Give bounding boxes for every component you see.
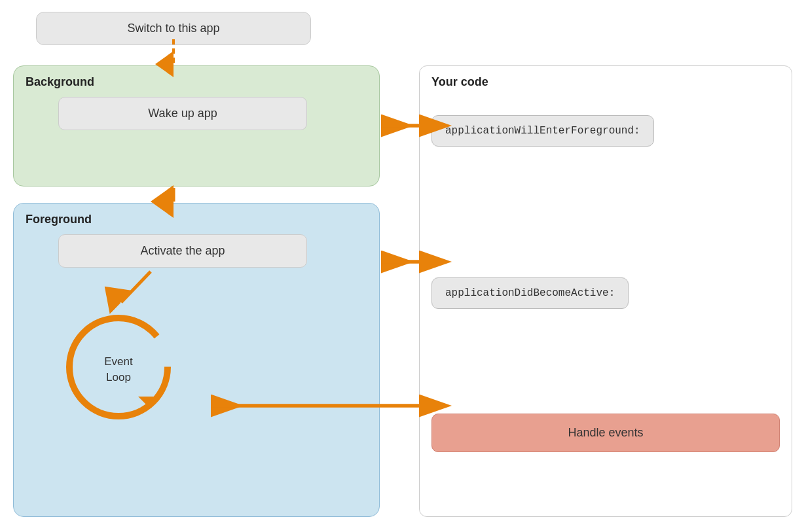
background-section: Background Wake up app: [13, 65, 380, 186]
activate-box: Activate the app: [58, 234, 307, 268]
handle-events-box: Handle events: [431, 414, 780, 452]
trigger-label: Switch to this app: [127, 22, 219, 35]
diagram-wrapper: Switch to this app Background Wake up ap…: [0, 0, 806, 532]
app-will-enter-fg-label: applicationWillEnterForeground:: [445, 125, 640, 137]
foreground-label: Foreground: [26, 213, 367, 226]
app-did-become-active-box: applicationDidBecomeActive:: [431, 277, 629, 309]
background-label: Background: [26, 75, 367, 89]
app-did-become-active-label: applicationDidBecomeActive:: [445, 287, 615, 299]
foreground-section: Foreground Activate the app Event Loop: [13, 203, 380, 517]
app-will-enter-foreground-box: applicationWillEnterForeground:: [431, 115, 654, 147]
event-loop-text: Event Loop: [104, 354, 132, 385]
trigger-box: Switch to this app: [36, 12, 311, 45]
event-loop-container: Event Loop: [53, 305, 184, 436]
event-loop-line1: Event: [104, 355, 132, 368]
your-code-section: Your code applicationWillEnterForeground…: [419, 65, 792, 517]
event-loop-line2: Loop: [106, 371, 131, 383]
activate-label: Activate the app: [140, 244, 225, 257]
handle-events-label: Handle events: [568, 426, 643, 439]
your-code-label: Your code: [431, 75, 780, 89]
wake-up-box: Wake up app: [58, 97, 307, 130]
wake-up-label: Wake up app: [148, 107, 217, 120]
